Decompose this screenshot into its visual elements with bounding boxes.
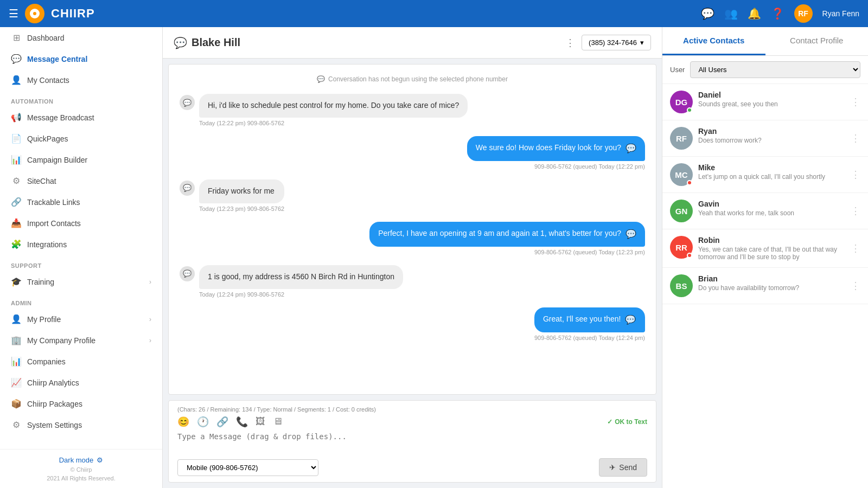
contact-menu-icon[interactable]: ⋮ — [851, 205, 860, 217]
sidebar-item-label: My Profile — [27, 315, 61, 324]
bubble-content: Friday works for me Today (12:23 pm) 909… — [199, 179, 284, 212]
bubble-icon-wrap: 💬 — [180, 95, 195, 110]
image-icon[interactable]: 🖼 — [256, 416, 265, 428]
emoji-icon[interactable]: 😊 — [177, 416, 189, 428]
sidebar-item-integrations[interactable]: 🧩 Integrations — [0, 234, 162, 255]
incoming-bubble-icon: 💬 — [180, 266, 195, 281]
sidebar-item-label: QuickPages — [27, 134, 68, 143]
sms-icon: 💬 — [625, 314, 636, 326]
sidebar-item-system-settings[interactable]: ⚙ System Settings — [0, 414, 162, 435]
sidebar-item-message-central[interactable]: 💬 Message Central — [0, 48, 162, 69]
sidebar-item-my-profile[interactable]: 👤 My Profile › — [0, 309, 162, 330]
sidebar-item-chiirp-packages[interactable]: 📦 Chiirp Packages — [0, 393, 162, 414]
outgoing-text: Great, I'll see you then! — [543, 314, 621, 325]
my-profile-icon: 👤 — [11, 314, 22, 324]
list-item[interactable]: MC Mike Let's jump on a quick call, I'll… — [662, 157, 868, 193]
sidebar-item-quickpages[interactable]: 📄 QuickPages — [0, 128, 162, 149]
status-dot-offline — [687, 253, 692, 258]
quickpages-icon: 📄 — [11, 133, 22, 144]
chat-nav-icon[interactable]: 💬 — [701, 7, 714, 20]
chat-menu-icon[interactable]: ⋮ — [565, 37, 575, 49]
sidebar-item-label: Dashboard — [27, 34, 65, 42]
contact-menu-icon[interactable]: ⋮ — [851, 280, 860, 292]
contact-name: Mike — [698, 163, 845, 172]
link-icon[interactable]: 🔗 — [216, 416, 228, 428]
message-input[interactable] — [177, 432, 647, 452]
bubble-text: We sure do! How does Friday look for you… — [467, 136, 645, 161]
list-item[interactable]: RF Ryan Does tomorrow work? ⋮ — [662, 120, 868, 157]
chat-input-toolbar: 😊 🕐 🔗 📞 🖼 🖥 ✓ OK to Text — [177, 416, 647, 428]
tab-contact-profile[interactable]: Contact Profile — [765, 27, 869, 55]
sidebar-item-dashboard[interactable]: ⊞ Dashboard — [0, 27, 162, 48]
contact-info: Ryan Does tomorrow work? — [698, 127, 845, 144]
ok-to-text-label: OK to Text — [615, 418, 647, 426]
contact-list: DG Daniel Sounds great, see you then ⋮ R… — [662, 84, 868, 488]
contact-info: Mike Let's jump on a quick call, I'll ca… — [698, 163, 845, 181]
sidebar-item-campaign-builder[interactable]: 📊 Campaign Builder — [0, 149, 162, 170]
contact-menu-icon[interactable]: ⋮ — [851, 169, 860, 181]
send-button[interactable]: ✈ Send — [599, 458, 647, 477]
bubble-text: Great, I'll see you then! 💬 — [534, 307, 645, 332]
notifications-nav-icon[interactable]: 🔔 — [748, 7, 761, 20]
list-item[interactable]: GN Gavin Yeah that works for me, talk so… — [662, 193, 868, 229]
table-row: We sure do! How does Friday look for you… — [180, 136, 645, 170]
sidebar-item-message-broadcast[interactable]: 📢 Message Broadcast — [0, 107, 162, 128]
sidebar-item-label: Companies — [27, 357, 66, 366]
phone-icon[interactable]: 📞 — [236, 416, 248, 428]
sidebar-item-training[interactable]: 🎓 Training › — [0, 271, 162, 292]
phone-select[interactable]: Mobile (909-806-5762) — [177, 459, 318, 476]
bubble-text: 1 is good, my address is 4560 N Birch Rd… — [199, 265, 403, 289]
contact-preview: Yes, we can take care of that, I'll be o… — [698, 246, 845, 261]
my-company-profile-icon: 🏢 — [11, 335, 22, 345]
contact-menu-icon[interactable]: ⋮ — [851, 96, 860, 108]
incoming-bubble-icon: 💬 — [180, 95, 195, 110]
contact-preview: Yeah that works for me, talk soon — [698, 209, 845, 217]
bubble-meta: Today (12:22 pm) 909-806-5762 — [199, 120, 468, 126]
bubble-content: We sure do! How does Friday look for you… — [467, 136, 645, 170]
logo-dot — [33, 12, 36, 15]
table-row: 💬 1 is good, my address is 4560 N Birch … — [180, 265, 645, 298]
user-avatar-top: RF — [794, 4, 813, 23]
list-item[interactable]: DG Daniel Sounds great, see you then ⋮ — [662, 84, 868, 120]
list-item[interactable]: RR Robin Yes, we can take care of that, … — [662, 229, 868, 268]
dark-mode-label: Dark mode — [59, 456, 94, 464]
list-item[interactable]: BS Brian Do you have availability tomorr… — [662, 268, 868, 304]
contact-name: Robin — [698, 236, 845, 245]
sidebar-item-my-contacts[interactable]: 👤 My Contacts — [0, 69, 162, 91]
gear-icon: ⚙ — [97, 456, 103, 464]
sidebar-item-label: Chiirp Analytics — [27, 378, 79, 387]
contact-menu-icon[interactable]: ⋮ — [851, 132, 860, 144]
dark-mode-toggle[interactable]: Dark mode ⚙ — [11, 456, 151, 464]
sidebar-item-companies[interactable]: 📊 Companies — [0, 351, 162, 372]
screen-icon[interactable]: 🖥 — [273, 416, 283, 428]
phone-dropdown-arrow-icon: ▾ — [640, 38, 644, 47]
schedule-icon[interactable]: 🕐 — [197, 416, 209, 428]
bubble-text: Hi, i'd like to schedule pest control fo… — [199, 94, 468, 118]
sidebar-item-sitechat[interactable]: ⚙ SiteChat — [0, 170, 162, 191]
sidebar-item-label: My Company Profile — [27, 336, 95, 345]
phone-number-label: (385) 324-7646 — [589, 38, 637, 47]
help-nav-icon[interactable]: ❓ — [771, 7, 784, 20]
bubble-content: Perfect, I have an opening at 9 am and a… — [369, 222, 645, 255]
contact-menu-icon[interactable]: ⋮ — [851, 242, 860, 254]
tab-active-contacts[interactable]: Active Contacts — [662, 27, 765, 55]
sms-icon: 💬 — [626, 143, 636, 155]
sidebar-item-chiirp-analytics[interactable]: 📈 Chiirp Analytics — [0, 372, 162, 393]
chat-input-footer: Mobile (909-806-5762) ✈ Send — [177, 458, 647, 477]
chiirp-packages-icon: 📦 — [11, 399, 22, 409]
sidebar-item-import-contacts[interactable]: 📥 Import Contacts — [0, 213, 162, 234]
user-filter-select[interactable]: All Users — [690, 61, 860, 78]
hamburger-icon[interactable]: ☰ — [9, 7, 18, 20]
sidebar-item-trackable-links[interactable]: 🔗 Trackable Links — [0, 191, 162, 213]
contact-preview: Let's jump on a quick call, I'll call yo… — [698, 173, 845, 181]
sidebar-item-label: Training — [27, 278, 54, 286]
trackable-links-icon: 🔗 — [11, 197, 22, 207]
phone-dropdown[interactable]: (385) 324-7646 ▾ — [582, 35, 651, 50]
table-row: 💬 Hi, i'd like to schedule pest control … — [180, 94, 645, 126]
bubble-text: Perfect, I have an opening at 9 am and a… — [369, 222, 645, 247]
contacts-nav-icon[interactable]: 👥 — [724, 7, 738, 20]
contact-name: Daniel — [698, 91, 845, 99]
chat-area[interactable]: 💬 Conversation has not begun using the s… — [168, 64, 656, 395]
sidebar-item-my-company-profile[interactable]: 🏢 My Company Profile › — [0, 330, 162, 351]
status-dot-offline — [687, 180, 692, 185]
